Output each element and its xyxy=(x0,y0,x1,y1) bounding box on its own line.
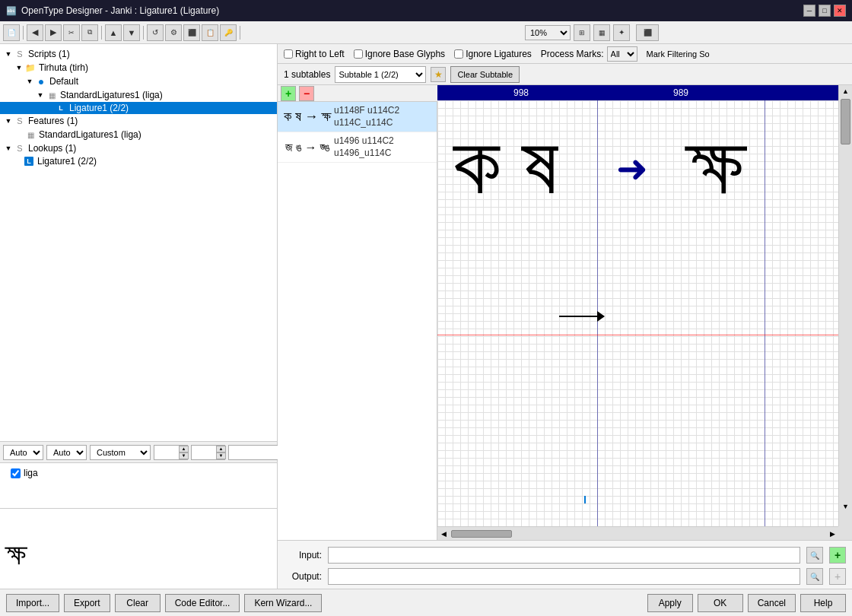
code-editor-button[interactable]: Code Editor... xyxy=(165,594,240,612)
liga-checkbox[interactable] xyxy=(11,468,21,478)
input-lookup-btn[interactable]: 🔍 xyxy=(806,547,823,564)
toolbar-separator xyxy=(23,26,24,40)
stdlig1-arrow[interactable]: ▼ xyxy=(35,90,46,100)
custom-select[interactable]: Custom xyxy=(90,445,151,460)
tree-features[interactable]: ▼ S Features (1) xyxy=(0,114,277,128)
process-marks-select[interactable]: All xyxy=(607,46,637,62)
output-lookup-btn[interactable]: 🔍 xyxy=(806,568,823,585)
baseline-mark xyxy=(559,305,605,328)
spinbox1-down[interactable]: ▼ xyxy=(179,452,189,459)
ignore-base-checkbox[interactable] xyxy=(354,49,363,59)
output-add-btn[interactable]: + xyxy=(829,568,846,585)
glyph-code2b: u1496_u114C xyxy=(334,148,434,160)
clear-button[interactable]: Clear xyxy=(115,594,161,612)
vscroll-thumb[interactable] xyxy=(841,99,850,144)
tree-standard-lig2[interactable]: ▦ StandardLigatures1 (liga) xyxy=(0,128,277,141)
default-arrow[interactable]: ▼ xyxy=(24,76,35,87)
help-button[interactable]: Help xyxy=(800,594,846,612)
redo-button[interactable]: ▶ xyxy=(45,24,62,41)
ignore-base-option[interactable]: Ignore Base Glyphs xyxy=(354,49,445,59)
apply-button[interactable]: Apply xyxy=(647,594,693,612)
glyph-row-1[interactable]: ক ষ → ক্ষ u1148F u114C2 u114C_u114C xyxy=(278,102,437,132)
glyph-sha: ষ xyxy=(521,123,558,207)
hscroll-right[interactable]: ▶ xyxy=(826,527,838,540)
hscroll-left[interactable]: ◀ xyxy=(437,527,450,540)
minimize-button[interactable]: ─ xyxy=(803,5,815,17)
maximize-button[interactable]: □ xyxy=(819,5,831,17)
move-down-button[interactable]: ▼ xyxy=(123,24,140,41)
tree-ligature1[interactable]: L Ligature1 (2/2) xyxy=(0,102,277,114)
tree-scripts[interactable]: ▼ S Scripts (1) xyxy=(0,47,277,61)
ignore-lig-option[interactable]: Ignore Ligatures xyxy=(454,49,532,59)
plus-icon: + xyxy=(285,87,291,100)
cut-button[interactable]: ✂ xyxy=(63,24,80,41)
cancel-button[interactable]: Cancel xyxy=(748,594,796,612)
spinbox1-input[interactable]: 1 xyxy=(154,446,179,459)
ok-button[interactable]: OK xyxy=(698,594,743,612)
tirhuta-arrow[interactable]: ▼ xyxy=(14,62,24,73)
tool4[interactable]: 📋 xyxy=(202,24,218,41)
ignore-lig-checkbox[interactable] xyxy=(454,49,463,59)
auto-select1[interactable]: Auto xyxy=(3,445,43,460)
refresh-button[interactable]: ↺ xyxy=(147,24,164,41)
tree-tirhuta[interactable]: ▼ 📁 Tirhuta (tirh) xyxy=(0,61,277,75)
new-button[interactable]: 📄 xyxy=(3,24,20,41)
lookuplig-arrow[interactable] xyxy=(14,156,24,167)
zoom-combo[interactable]: 10% 25% 50% 100% xyxy=(525,25,571,40)
lookups-arrow[interactable]: ▼ xyxy=(3,143,14,154)
input-label: Input: xyxy=(284,550,322,560)
spinbox2-input[interactable]: 32 xyxy=(192,446,216,459)
settings-button[interactable]: ⚙ xyxy=(165,24,182,41)
tree-standard-lig1[interactable]: ▼ ▦ StandardLigatures1 (liga) xyxy=(0,88,277,102)
input-add-btn[interactable]: + xyxy=(829,547,846,564)
input-field[interactable]: u1148F u114C2 u114AD xyxy=(328,547,800,564)
canvas-num1: 998 xyxy=(513,87,529,98)
vscroll-down[interactable]: ▼ xyxy=(839,500,852,513)
add-glyph-button[interactable]: + xyxy=(281,86,296,101)
tree-lookup-lig[interactable]: L Ligature1 (2/2) xyxy=(0,155,277,167)
lookups-label: Lookups (1) xyxy=(28,143,76,154)
vertical-scrollbar[interactable]: ▲ ▼ xyxy=(838,85,852,526)
liga-feature-item[interactable]: liga xyxy=(6,466,271,480)
output-field[interactable]: u1148F_u114C2_u114AD xyxy=(328,568,800,585)
scripts-icon: S xyxy=(14,48,26,60)
tree-default[interactable]: ▼ ● Default xyxy=(0,75,277,88)
baseline xyxy=(437,335,838,335)
subtable-select[interactable]: Subtable 1 (2/2) xyxy=(335,66,426,83)
clear-subtable-button[interactable]: Clear Subtable xyxy=(450,66,520,83)
kern-wizard-button[interactable]: Kern Wizard... xyxy=(244,594,322,612)
tool5[interactable]: 🔑 xyxy=(220,24,237,41)
export-button[interactable]: Export xyxy=(64,594,110,612)
spinbox2-down[interactable]: ▼ xyxy=(216,452,226,459)
stdlig2-arrow[interactable] xyxy=(14,129,24,140)
wand-button[interactable]: ✦ xyxy=(613,24,630,41)
right-to-left-option[interactable]: Right to Left xyxy=(284,49,345,59)
undo-button[interactable]: ◀ xyxy=(27,24,43,41)
scripts-arrow[interactable]: ▼ xyxy=(3,49,14,59)
extra-button[interactable]: ⬛ xyxy=(636,24,659,41)
glyph-row-2[interactable]: জ ঙ → জ্ঙ u1496 u114C2 u1496_u114C xyxy=(278,132,437,163)
spinbox2-up[interactable]: ▲ xyxy=(216,446,226,452)
auto-select2[interactable]: Auto xyxy=(46,445,87,460)
tirhuta-icon: 📁 xyxy=(24,62,37,74)
rtl-checkbox[interactable] xyxy=(284,49,293,59)
horizontal-scrollbar[interactable]: ◀ ▶ xyxy=(437,526,838,540)
remove-glyph-button[interactable]: − xyxy=(299,86,314,101)
spinbox1-up[interactable]: ▲ xyxy=(179,446,189,452)
import-button[interactable]: Import... xyxy=(6,594,59,612)
close-button[interactable]: ✕ xyxy=(834,5,846,17)
move-up-button[interactable]: ▲ xyxy=(105,24,122,41)
spinbox2[interactable]: 32 ▲ ▼ xyxy=(191,445,225,460)
copy-button[interactable]: ⧉ xyxy=(81,24,98,41)
table-button[interactable]: ▦ xyxy=(593,24,610,41)
tree-lookups[interactable]: ▼ S Lookups (1) xyxy=(0,141,277,155)
hscroll-thumb[interactable] xyxy=(451,530,512,538)
subtable-icon-btn[interactable]: ★ xyxy=(431,67,446,82)
spinbox1[interactable]: 1 ▲ ▼ xyxy=(154,445,188,460)
vscroll-up[interactable]: ▲ xyxy=(839,85,852,97)
fit-button[interactable]: ⊞ xyxy=(574,24,590,41)
mark-filter-label: Mark Filtering So xyxy=(647,49,710,59)
tool3[interactable]: ⬛ xyxy=(183,24,200,41)
features-arrow[interactable]: ▼ xyxy=(3,116,14,126)
lig1-arrow[interactable] xyxy=(46,103,56,113)
